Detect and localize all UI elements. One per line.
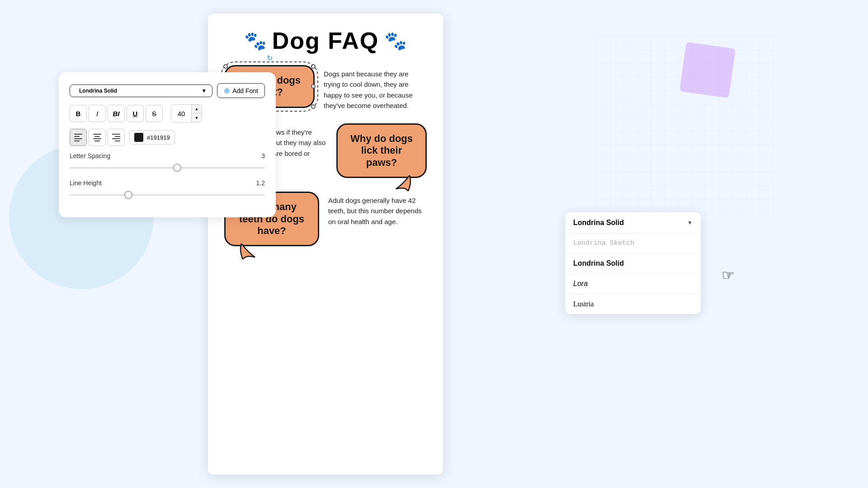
paw-icon-right: 🐾 xyxy=(384,30,407,52)
paw-icon-left: 🐾 xyxy=(244,30,267,52)
speech-bubble-2[interactable]: Why do dogs lick their paws? xyxy=(336,123,427,178)
line-height-slider[interactable] xyxy=(70,190,265,199)
line-height-thumb[interactable] xyxy=(124,191,132,199)
line-height-value: 1.2 xyxy=(256,179,265,187)
italic-button[interactable]: I xyxy=(89,105,106,122)
faq-question-2: Why do dogs lick their paws? xyxy=(347,133,416,169)
faq-answer-3: Adult dogs generally have 42 teeth, but … xyxy=(328,192,427,227)
font-size-input-wrap: 40 ▲ ▼ xyxy=(171,104,202,122)
color-hex-label: #191919 xyxy=(147,134,170,141)
align-left-button[interactable] xyxy=(70,129,87,146)
dropdown-item-londrina-sketch[interactable]: Londrina Sketch xyxy=(565,234,701,253)
bubble-tail-3 xyxy=(239,244,257,259)
dropdown-header[interactable]: Londrina Solid ▼ xyxy=(565,212,701,234)
svg-rect-0 xyxy=(597,36,778,217)
letter-spacing-value: 3 xyxy=(261,152,265,160)
font-dropdown-panel: Londrina Solid ▼ Londrina Sketch Londrin… xyxy=(565,212,701,314)
selection-handle-br[interactable] xyxy=(311,104,316,109)
add-font-label: Add Font xyxy=(232,87,258,94)
format-buttons-group: B I BI U S xyxy=(70,105,163,122)
selection-handle-tl[interactable] xyxy=(223,64,228,69)
rotate-handle[interactable]: ↻ xyxy=(267,54,273,62)
selection-handle-mr[interactable] xyxy=(311,84,316,89)
document-title: 🐾 Dog FAQ 🐾 xyxy=(224,27,427,54)
font-name-label: Londrina Solid xyxy=(79,88,117,94)
letter-spacing-slider[interactable] xyxy=(70,163,265,172)
strikethrough-button[interactable]: S xyxy=(146,105,163,122)
align-right-button[interactable] xyxy=(108,129,125,146)
dropdown-item-lustria[interactable]: Lustria xyxy=(565,294,701,314)
letter-spacing-thumb[interactable] xyxy=(173,164,181,172)
dropdown-selected-font: Londrina Solid xyxy=(573,219,624,227)
bubble-tail-2 xyxy=(394,175,412,191)
font-size-input[interactable]: 40 xyxy=(171,105,191,122)
dropdown-item-londrina-solid[interactable]: Londrina Solid xyxy=(565,253,701,274)
dropdown-item-lora[interactable]: Lora xyxy=(565,274,701,294)
text-formatting-panel: Londrina Solid ▼ ⊕ Add Font B I BI U S 4… xyxy=(59,72,276,217)
bg-grid-decoration xyxy=(597,36,778,217)
underline-button[interactable]: U xyxy=(127,105,144,122)
color-swatch[interactable]: #191919 xyxy=(129,130,175,145)
faq-answer-1: Dogs pant because they are trying to coo… xyxy=(324,65,427,111)
selection-handle-tr[interactable] xyxy=(311,64,316,69)
dropdown-chevron-icon: ▼ xyxy=(687,220,693,226)
line-height-label: Line Height xyxy=(70,179,102,187)
line-height-section: Line Height 1.2 xyxy=(70,179,265,199)
font-size-down-arrow[interactable]: ▼ xyxy=(192,113,202,122)
align-center-button[interactable] xyxy=(89,129,106,146)
add-font-plus-icon: ⊕ xyxy=(224,86,230,95)
add-font-button[interactable]: ⊕ Add Font xyxy=(217,83,265,98)
letter-spacing-section: Letter Spacing 3 xyxy=(70,152,265,172)
bold-button[interactable]: B xyxy=(70,105,87,122)
alignment-buttons-group xyxy=(70,129,125,146)
font-selector[interactable]: Londrina Solid ▼ xyxy=(70,84,212,97)
bold-italic-button[interactable]: BI xyxy=(108,105,125,122)
document-heading: Dog FAQ xyxy=(272,27,379,54)
cursor-hand-icon: ☞ xyxy=(722,267,735,284)
font-dropdown-arrow[interactable]: ▼ xyxy=(201,88,207,94)
color-preview-box xyxy=(134,133,143,142)
letter-spacing-label: Letter Spacing xyxy=(70,152,110,160)
font-size-up-arrow[interactable]: ▲ xyxy=(192,105,202,113)
